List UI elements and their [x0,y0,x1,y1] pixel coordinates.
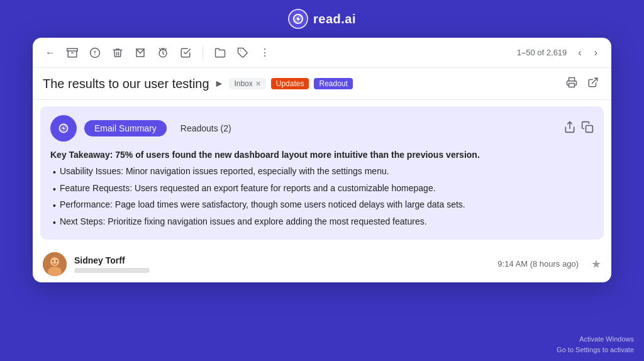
label-icon[interactable] [235,45,251,61]
svg-point-21 [52,260,53,262]
add-task-icon[interactable] [177,45,194,61]
tag-inbox[interactable]: Inbox ✕ [229,78,265,89]
snooze-icon[interactable] [155,45,171,61]
top-bar: read.ai [0,0,644,35]
svg-point-22 [56,260,57,262]
subject-title: The results to our user testing ► Inbox … [43,77,564,91]
plugin-panel: Email Summary Readouts (2) Key Takeaway:… [40,106,604,240]
bullet-dot-3: • [53,199,56,213]
mark-unread-icon[interactable] [132,45,148,61]
windows-notice: Activate Windows Go to Settings to activ… [557,334,634,355]
plugin-header: Email Summary Readouts (2) [50,115,594,142]
bullet-text-4: Next Steps: Prioritize fixing navigation… [60,214,427,228]
subject-row: The results to our user testing ► Inbox … [33,68,611,100]
sender-name: Sidney Torff [74,255,490,265]
subject-text: The results to our user testing [43,77,209,91]
pagination-label: 1–50 of 2,619 [517,48,567,57]
sender-row: Sidney Torff 9:14 AM (8 hours ago) ★ [33,246,611,282]
subject-forward-icon: ► [214,78,225,89]
brand-name: read.ai [313,12,356,26]
email-toolbar: ← ⋮ [33,38,611,68]
bullet-text-2: Feature Requests: Users requested an exp… [60,181,436,195]
sender-info: Sidney Torff [74,255,490,273]
report-spam-icon[interactable] [87,45,103,61]
toolbar-right: 1–50 of 2,619 ‹ › [517,45,601,61]
summary-content: Key Takeaway: 75% of users found the new… [50,148,594,230]
back-icon[interactable]: ← [43,45,58,61]
bullet-3: • Performance: Page load times were sati… [53,197,594,213]
bullet-text-1: Usability Issues: Minor navigation issue… [60,164,389,178]
svg-rect-11 [569,84,575,87]
readai-avatar-icon [55,120,72,136]
readai-avatar [50,115,77,142]
sender-avatar [43,252,67,276]
bullet-text-3: Performance: Page load times were satisf… [60,197,465,211]
print-icon[interactable] [564,74,580,93]
subject-actions [564,74,601,93]
sender-preview-bar [74,268,150,273]
svg-point-15 [62,127,65,130]
summary-bullets: • Usability Issues: Minor navigation iss… [50,164,594,230]
readai-logo-icon [288,9,308,29]
windows-notice-line2: Go to Settings to activate [557,345,634,355]
copy-icon[interactable] [581,121,594,136]
share-icon[interactable] [564,121,576,136]
svg-line-12 [592,78,597,83]
tag-updates[interactable]: Updates [271,78,309,89]
toolbar-left: ← ⋮ [43,44,516,61]
bullet-1: • Usability Issues: Minor navigation iss… [53,164,594,179]
svg-rect-17 [586,125,593,132]
windows-notice-line1: Activate Windows [557,334,634,345]
bullet-2: • Feature Requests: Users requested an e… [53,181,594,196]
plugin-tabs: Email Summary Readouts (2) [84,120,564,136]
summary-key-takeaway: Key Takeaway: 75% of users found the new… [50,148,594,162]
open-external-icon[interactable] [585,74,601,93]
move-to-icon[interactable] [212,45,228,61]
prev-email-button[interactable]: ‹ [574,45,585,61]
svg-point-3 [297,18,299,20]
tag-readout[interactable]: Readout [314,78,352,89]
svg-rect-4 [67,48,78,51]
sender-time: 9:14 AM (8 hours ago) [497,259,579,269]
inbox-label: Inbox [234,79,252,88]
sender-avatar-icon [43,252,67,276]
tab-email-summary[interactable]: Email Summary [84,120,167,136]
toolbar-divider [203,47,203,59]
email-card: ← ⋮ [33,38,611,282]
tab-readouts[interactable]: Readouts (2) [170,120,242,136]
archive-icon[interactable] [64,45,80,61]
delete-icon[interactable] [109,45,126,61]
bullet-4: • Next Steps: Prioritize fixing navigati… [53,214,594,230]
bullet-dot-4: • [53,216,56,230]
plugin-actions [564,121,594,136]
bullet-dot-1: • [53,165,56,179]
bullet-dot-2: • [53,182,56,196]
inbox-tag-close[interactable]: ✕ [255,80,261,88]
star-icon[interactable]: ★ [591,257,601,271]
next-email-button[interactable]: › [591,45,601,61]
more-icon[interactable]: ⋮ [257,44,272,61]
